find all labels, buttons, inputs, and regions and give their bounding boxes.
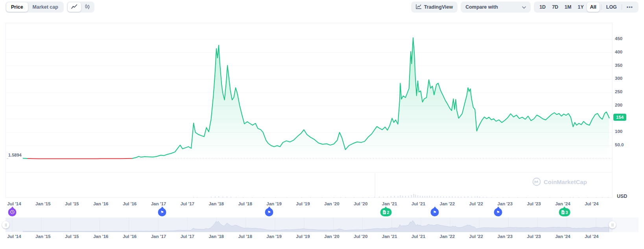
- chevron-down-icon: [522, 4, 526, 10]
- more-options-button[interactable]: •••: [624, 2, 636, 12]
- x-axis-tick: Jan '23: [496, 201, 514, 206]
- compare-with-dropdown[interactable]: Compare with: [461, 2, 531, 13]
- flag-icon: ⚑: [268, 210, 271, 214]
- x-axis-tick: Jan '19: [266, 201, 283, 206]
- price-chart-widget: Price Market cap: [0, 0, 644, 249]
- navigator-x-axis-tick: Jan '19: [266, 234, 283, 239]
- x-axis-tick: Jan '18: [208, 201, 225, 206]
- navigator-x-axis-tick: Jan '15: [34, 234, 52, 239]
- event-marker-flag[interactable]: ⚑: [494, 208, 502, 216]
- toolbar-left-group: Price Market cap: [6, 2, 94, 13]
- navigator-x-axis-tick: Jan '21: [381, 234, 398, 239]
- range-button-7d[interactable]: 7D: [549, 2, 561, 12]
- navigator-x-axis-tick: Jan '16: [92, 234, 109, 239]
- price-tab[interactable]: Price: [6, 2, 28, 12]
- x-axis-tick: Jul '24: [583, 201, 600, 206]
- candlestick-icon: [85, 4, 90, 11]
- line-chart-type-button[interactable]: [68, 2, 81, 12]
- event-marker-row: ⚑⚑2⚑⚑3: [0, 208, 644, 218]
- y-axis-tick: 350: [615, 63, 622, 68]
- navigator-mini-chart: [6, 218, 613, 232]
- y-axis-tick: 450: [615, 36, 622, 41]
- range-button-1y[interactable]: 1Y: [574, 2, 587, 12]
- flag-icon: ⚑: [496, 210, 500, 214]
- candlestick-chart-type-button[interactable]: [81, 2, 94, 12]
- y-axis-tick: 400: [615, 50, 622, 54]
- navigator-x-axis-tick: Jul '15: [63, 234, 81, 239]
- log-scale-button[interactable]: LOG: [603, 2, 620, 12]
- x-axis-tick: Jan '15: [34, 201, 52, 206]
- x-axis-tick: Jul '20: [352, 201, 369, 206]
- y-axis-tick: 300: [615, 76, 622, 81]
- x-axis-tick: Jul '22: [467, 201, 485, 206]
- watermark: CoinMarketCap: [532, 177, 587, 186]
- coinmarketcap-logo-icon: [532, 177, 541, 186]
- navigator-x-axis-tick: Jan '18: [208, 234, 225, 239]
- event-count: 2: [387, 210, 389, 215]
- range-button-all[interactable]: All: [587, 2, 600, 12]
- x-axis-tick: Jan '24: [554, 201, 571, 206]
- toolbar-right-group: TradingView Compare with 1D7D1M1YAll LOG…: [411, 2, 638, 13]
- history-clock-icon: [10, 209, 15, 216]
- event-marker-articles[interactable]: 2: [380, 208, 392, 216]
- range-button-1d[interactable]: 1D: [536, 2, 549, 12]
- compare-with-label: Compare with: [465, 4, 498, 10]
- range-button-1m[interactable]: 1M: [561, 2, 574, 12]
- chart-type-toggle: [67, 2, 94, 13]
- navigator-x-axis-tick: Jul '14: [6, 234, 23, 239]
- x-axis-tick: Jan '22: [439, 201, 456, 206]
- x-axis-tick: Jul '18: [236, 201, 254, 206]
- navigator-x-axis-tick: Jul '23: [525, 234, 543, 239]
- event-marker-articles[interactable]: 3: [559, 208, 570, 216]
- article-icon: [383, 209, 386, 216]
- x-axis-tick: Jul '16: [121, 201, 138, 206]
- current-price-badge: 154: [613, 114, 626, 121]
- y-axis-tick: 200: [615, 103, 622, 107]
- x-axis-tick: Jul '19: [294, 201, 312, 206]
- watermark-label: CoinMarketCap: [544, 179, 587, 185]
- line-chart-icon: [71, 4, 78, 10]
- navigator-selected-range[interactable]: [6, 218, 613, 232]
- x-axis-tick: Jul '17: [179, 201, 196, 206]
- x-axis-tick: Jan '20: [323, 201, 340, 206]
- x-axis-tick: Jan '17: [150, 201, 167, 206]
- event-marker-flag[interactable]: ⚑: [158, 208, 166, 216]
- y-axis-tick: 50.0: [615, 142, 624, 147]
- currency-unit-label: USD: [617, 194, 627, 199]
- x-axis-tick: Jan '16: [92, 201, 109, 206]
- navigator-x-axis-tick: Jan '22: [439, 234, 456, 239]
- tradingview-button[interactable]: TradingView: [411, 2, 458, 13]
- market-cap-tab[interactable]: Market cap: [28, 2, 63, 12]
- divider: [601, 4, 602, 10]
- divider: [622, 4, 622, 10]
- event-marker-flag[interactable]: ⚑: [265, 208, 273, 216]
- navigator-x-axis-tick: Jul '22: [467, 234, 485, 239]
- event-marker-history[interactable]: [8, 208, 17, 216]
- date-x-axis: Jul '14Jan '15Jul '15Jan '16Jul '16Jan '…: [6, 201, 600, 206]
- navigator-x-axis-tick: Jul '18: [236, 234, 254, 239]
- event-marker-flag[interactable]: ⚑: [431, 208, 439, 216]
- navigator-left-handle[interactable]: [2, 221, 9, 229]
- x-axis-tick: Jul '15: [63, 201, 81, 206]
- price-chart-area[interactable]: 1.5894 CoinMarketCap: [6, 23, 613, 198]
- navigator-x-axis: Jul '14Jan '15Jul '15Jan '16Jul '16Jan '…: [6, 234, 600, 239]
- price-area-chart: [6, 23, 613, 198]
- navigator-x-axis-tick: Jan '23: [496, 234, 514, 239]
- navigator-x-axis-tick: Jul '17: [179, 234, 196, 239]
- range-buttons: 1D7D1M1YAll: [536, 2, 600, 12]
- tradingview-icon: [416, 4, 422, 10]
- flag-icon: ⚑: [161, 210, 164, 214]
- navigator-x-axis-tick: Jul '16: [121, 234, 138, 239]
- navigator-x-axis-tick: Jul '19: [294, 234, 312, 239]
- range-navigator[interactable]: [6, 218, 638, 232]
- price-marketcap-toggle: Price Market cap: [6, 2, 64, 13]
- y-axis-tick: 250: [615, 89, 622, 94]
- tradingview-label: TradingView: [424, 4, 453, 10]
- navigator-x-axis-tick: Jan '24: [554, 234, 571, 239]
- event-count: 3: [566, 210, 568, 215]
- navigator-x-axis-tick: Jul '24: [583, 234, 600, 239]
- y-axis-tick: 100: [615, 129, 622, 134]
- navigator-right-handle[interactable]: [609, 221, 616, 229]
- x-axis-tick: Jul '21: [410, 201, 427, 206]
- flag-icon: ⚑: [433, 210, 437, 214]
